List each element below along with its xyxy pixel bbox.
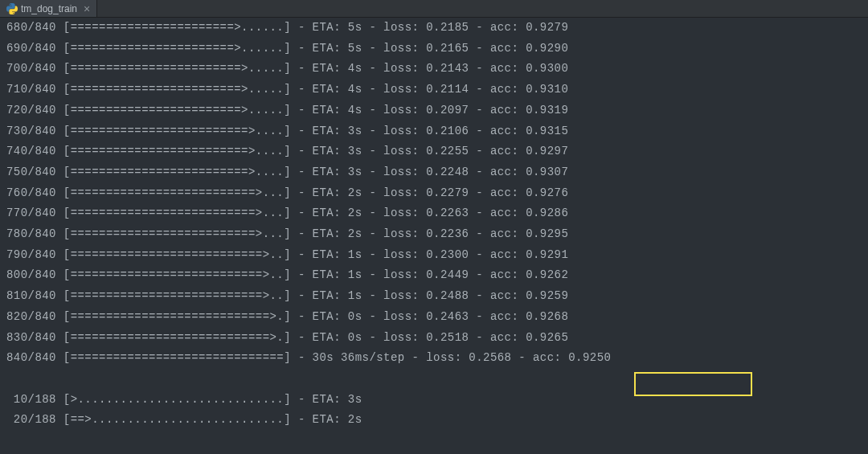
tab-label: tm_dog_train: [21, 3, 77, 14]
console-line: 830/840 [============================>.]…: [0, 328, 868, 349]
console-line: 810/840 [===========================>..]…: [0, 286, 868, 307]
tab-tm-dog-train[interactable]: tm_dog_train ×: [0, 0, 97, 17]
console-line: [0, 369, 868, 390]
console-line: 680/840 [=======================>......]…: [0, 18, 868, 39]
console-line: 740/840 [=========================>....]…: [0, 141, 868, 162]
console-line: 10/188 [>.............................] …: [0, 390, 868, 411]
tab-bar: tm_dog_train ×: [0, 0, 868, 18]
console-output: 680/840 [=======================>......]…: [0, 18, 868, 431]
console-line: 770/840 [==========================>...]…: [0, 203, 868, 224]
console-line: 790/840 [===========================>..]…: [0, 245, 868, 266]
console-line: 20/188 [==>...........................] …: [0, 410, 868, 431]
console-line: 780/840 [==========================>...]…: [0, 224, 868, 245]
console-line: 700/840 [========================>.....]…: [0, 59, 868, 80]
console-line: 720/840 [========================>.....]…: [0, 100, 868, 121]
console-line: 820/840 [============================>.]…: [0, 307, 868, 328]
python-icon: [6, 3, 18, 14]
console-line: 800/840 [===========================>..]…: [0, 265, 868, 286]
console-line: 690/840 [=======================>......]…: [0, 39, 868, 59]
console-line: 750/840 [=========================>....]…: [0, 162, 868, 183]
console-line: 760/840 [==========================>...]…: [0, 183, 868, 204]
close-icon[interactable]: ×: [84, 3, 90, 14]
console-line: 730/840 [=========================>....]…: [0, 121, 868, 142]
console-line: 710/840 [========================>.....]…: [0, 80, 868, 100]
console-line: 840/840 [==============================]…: [0, 348, 868, 369]
